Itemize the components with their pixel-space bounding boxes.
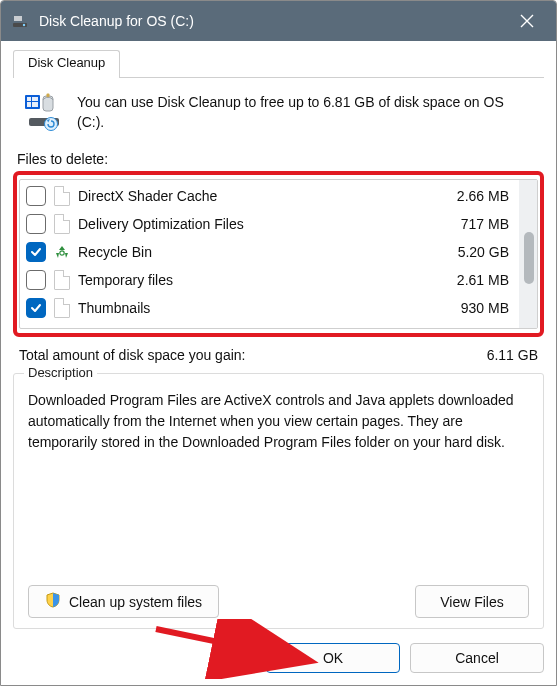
description-heading: Description bbox=[24, 365, 97, 380]
file-row[interactable]: DirectX Shader Cache2.66 MB bbox=[20, 182, 519, 210]
svg-rect-4 bbox=[27, 97, 31, 101]
files-list[interactable]: DirectX Shader Cache2.66 MBDelivery Opti… bbox=[19, 179, 538, 329]
file-name: Thumbnails bbox=[78, 300, 423, 316]
recycle-bin-icon bbox=[54, 242, 70, 262]
scrollbar[interactable] bbox=[519, 180, 537, 328]
file-name: DirectX Shader Cache bbox=[78, 188, 423, 204]
document-icon bbox=[54, 298, 70, 318]
checkbox[interactable] bbox=[26, 242, 46, 262]
checkbox[interactable] bbox=[26, 186, 46, 206]
checkbox[interactable] bbox=[26, 214, 46, 234]
description-text: Downloaded Program Files are ActiveX con… bbox=[28, 390, 529, 453]
dialog-body: Disk Cleanup bbox=[1, 41, 556, 685]
annotation-highlight: DirectX Shader Cache2.66 MBDelivery Opti… bbox=[13, 171, 544, 337]
file-name: Temporary files bbox=[78, 272, 423, 288]
disk-cleanup-icon bbox=[23, 92, 63, 132]
file-name: Recycle Bin bbox=[78, 244, 423, 260]
scrollbar-thumb[interactable] bbox=[524, 232, 534, 284]
button-label: Clean up system files bbox=[69, 594, 202, 610]
button-label: OK bbox=[323, 650, 343, 666]
file-row[interactable]: Temporary files2.61 MB bbox=[20, 266, 519, 294]
titlebar: Disk Cleanup for OS (C:) bbox=[1, 1, 556, 41]
document-icon bbox=[54, 186, 70, 206]
file-size: 2.66 MB bbox=[431, 188, 513, 204]
total-value: 6.11 GB bbox=[487, 347, 538, 363]
footer-buttons: OK Cancel bbox=[13, 643, 544, 673]
tab-label: Disk Cleanup bbox=[28, 55, 105, 70]
file-size: 717 MB bbox=[431, 216, 513, 232]
shield-icon bbox=[45, 592, 61, 611]
view-files-button[interactable]: View Files bbox=[415, 585, 529, 618]
button-label: View Files bbox=[440, 594, 504, 610]
document-icon bbox=[54, 214, 70, 234]
tabstrip: Disk Cleanup bbox=[13, 49, 544, 78]
svg-rect-5 bbox=[32, 97, 38, 101]
file-size: 930 MB bbox=[431, 300, 513, 316]
close-icon bbox=[520, 14, 534, 28]
intro-text: You can use Disk Cleanup to free up to 6… bbox=[77, 92, 532, 133]
files-to-delete-label: Files to delete: bbox=[17, 151, 544, 167]
file-row[interactable]: Thumbnails930 MB bbox=[20, 294, 519, 322]
intro-row: You can use Disk Cleanup to free up to 6… bbox=[13, 78, 544, 143]
file-row[interactable]: Delivery Optimization Files717 MB bbox=[20, 210, 519, 238]
svg-point-12 bbox=[45, 118, 58, 131]
cancel-button[interactable]: Cancel bbox=[410, 643, 544, 673]
file-size: 5.20 GB bbox=[431, 244, 513, 260]
window: Disk Cleanup for OS (C:) Disk Cleanup bbox=[0, 0, 557, 686]
window-title: Disk Cleanup for OS (C:) bbox=[39, 13, 494, 29]
ok-button[interactable]: OK bbox=[266, 643, 400, 673]
description-group: Description Downloaded Program Files are… bbox=[13, 373, 544, 629]
svg-point-1 bbox=[23, 24, 25, 26]
file-size: 2.61 MB bbox=[431, 272, 513, 288]
file-name: Delivery Optimization Files bbox=[78, 216, 423, 232]
cleanup-system-files-button[interactable]: Clean up system files bbox=[28, 585, 219, 618]
app-icon bbox=[11, 12, 29, 30]
document-icon bbox=[54, 270, 70, 290]
svg-rect-6 bbox=[27, 102, 31, 107]
checkbox[interactable] bbox=[26, 270, 46, 290]
svg-rect-7 bbox=[32, 102, 38, 107]
button-label: Cancel bbox=[455, 650, 499, 666]
tab-disk-cleanup[interactable]: Disk Cleanup bbox=[13, 50, 120, 78]
svg-point-13 bbox=[60, 250, 64, 254]
checkbox[interactable] bbox=[26, 298, 46, 318]
total-label: Total amount of disk space you gain: bbox=[19, 347, 487, 363]
file-row[interactable]: Recycle Bin5.20 GB bbox=[20, 238, 519, 266]
svg-rect-2 bbox=[14, 16, 22, 21]
close-button[interactable] bbox=[504, 1, 550, 41]
